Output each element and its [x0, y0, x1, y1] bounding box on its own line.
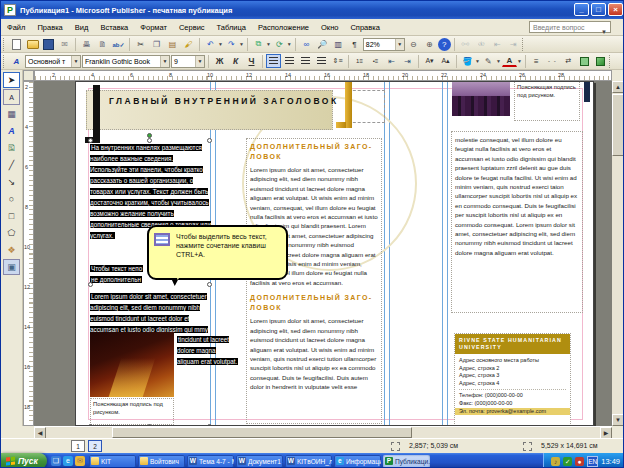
taskbar-button-informacio[interactable]: e Информацио...: [334, 455, 381, 468]
design-gallery-object-tool[interactable]: ❖: [3, 242, 20, 258]
chevron-down-icon[interactable]: ▼: [395, 39, 404, 50]
decrease-indent-icon[interactable]: ⇤: [384, 54, 399, 68]
cut-icon[interactable]: ✂: [133, 37, 148, 51]
menu-view[interactable]: Вид: [69, 21, 95, 34]
order-dropdown-icon[interactable]: ▼: [266, 41, 271, 47]
insert-table-tool[interactable]: ▦: [3, 106, 20, 122]
hyperlink-icon[interactable]: ∞: [299, 37, 314, 51]
unlink-text-boxes-icon[interactable]: ⧞: [474, 37, 489, 51]
line-color-icon[interactable]: ✎: [481, 54, 496, 68]
menu-table[interactable]: Таблица: [211, 21, 252, 34]
line-tool[interactable]: ╱: [3, 157, 20, 173]
zoom-out-icon[interactable]: ⊖: [406, 37, 421, 51]
right-photo-caption[interactable]: Поясняющая подпись под рисунком.: [514, 81, 580, 121]
line-spacing-icon[interactable]: ⇕≡: [330, 54, 345, 68]
font-size-combo[interactable]: 9 ▼: [171, 55, 205, 68]
underline-button[interactable]: Ч: [244, 54, 259, 68]
menu-help[interactable]: Справка: [344, 21, 385, 34]
special-characters-icon[interactable]: ¶: [347, 37, 362, 51]
internet-explorer-icon[interactable]: e: [63, 456, 73, 466]
format-painter-icon[interactable]: 🖌: [181, 37, 196, 51]
vertical-scroll-thumb[interactable]: [612, 94, 624, 156]
bring-to-front-icon[interactable]: ⧉: [251, 37, 266, 51]
help-icon[interactable]: ?: [438, 38, 451, 51]
left-photo-caption[interactable]: Поясняющая подпись под рисунком.: [90, 398, 174, 425]
font-color-dropdown-icon[interactable]: ▼: [517, 58, 522, 64]
start-button[interactable]: Пуск: [1, 453, 47, 468]
3d-style-icon[interactable]: [593, 54, 608, 68]
toolbar-options-handle[interactable]: [522, 38, 525, 51]
taskbar-button-kitvoin[interactable]: W KITвОИН_лаб...: [285, 455, 332, 468]
select-objects-tool[interactable]: ➤: [3, 72, 20, 88]
menu-file[interactable]: Файл: [1, 21, 31, 34]
previous-text-box-icon[interactable]: ⇤: [490, 37, 505, 51]
font-color-icon[interactable]: A: [502, 55, 517, 67]
vertical-ruler[interactable]: 2 4 6 8 10 12 14 16 18: [23, 81, 34, 426]
middle-column-text-box[interactable]: ДОПОЛНИТЕЛЬНЫЙ ЗАГО-ЛОВОК Lorem ipsum do…: [246, 138, 382, 424]
decrease-font-size-icon[interactable]: A▾: [422, 54, 437, 68]
style-combo[interactable]: Основной т ▼: [25, 55, 81, 68]
italic-button[interactable]: К: [228, 54, 243, 68]
antivirus-shield-icon[interactable]: ✓: [563, 457, 572, 466]
zoom-combo[interactable]: 82% ▼: [363, 38, 405, 51]
rotate-dropdown-icon[interactable]: ▼: [287, 41, 292, 47]
picture-frame-tool[interactable]: 🖻: [3, 140, 20, 156]
right-column-text-box[interactable]: molestie consequat, vel illum dolore eu …: [451, 131, 583, 313]
bold-button[interactable]: Ж: [212, 54, 227, 68]
copy-icon[interactable]: ❐: [149, 37, 164, 51]
black-accent-bar[interactable]: [93, 85, 100, 143]
contact-info-box[interactable]: RIVNE STATE HUMANITARIAN UNIVERSITY Адре…: [454, 333, 571, 426]
horizontal-scroll-thumb[interactable]: [112, 427, 412, 438]
chevron-down-icon[interactable]: ▼: [71, 56, 80, 67]
menu-format[interactable]: Формат: [134, 21, 173, 34]
increase-indent-icon[interactable]: ⇥: [400, 54, 415, 68]
language-indicator[interactable]: EN: [587, 456, 598, 467]
menu-edit[interactable]: Правка: [31, 21, 68, 34]
fill-color-icon[interactable]: 🪣: [460, 54, 475, 68]
justify-button[interactable]: [314, 54, 329, 68]
main-heading-text[interactable]: ГЛАВНЫЙ ВНУТРЕННИЙ ЗАГОЛОВОК: [109, 96, 339, 106]
item-from-content-library-tool[interactable]: ▣: [3, 259, 20, 275]
wordart-tool[interactable]: A: [3, 123, 20, 139]
accent-selection-box[interactable]: [348, 90, 385, 123]
menu-insert[interactable]: Вставка: [94, 21, 134, 34]
clock[interactable]: 13:49: [601, 457, 620, 466]
tray-app-icon[interactable]: ●: [575, 457, 584, 466]
chevron-down-icon[interactable]: ▼: [195, 56, 204, 67]
zoom-in-icon[interactable]: ⊕: [422, 37, 437, 51]
selection-handle[interactable]: [88, 282, 93, 287]
taskbar-button-tema47[interactable]: W Тема 4-7 - M...: [187, 455, 234, 468]
fill-color-dropdown-icon[interactable]: ▼: [475, 58, 480, 64]
dash-style-icon[interactable]: - -: [545, 54, 560, 68]
font-combo[interactable]: Franklin Gothic Book ▼: [82, 55, 170, 68]
arrow-style-icon[interactable]: ⇄: [561, 54, 576, 68]
rotate-icon[interactable]: ⟳: [272, 37, 287, 51]
print-icon[interactable]: 🖶: [79, 37, 94, 51]
ask-question-input[interactable]: Введите вопрос ▼: [529, 21, 611, 33]
horizontal-scrollbar[interactable]: ◀ ▶: [34, 426, 612, 438]
toolbar-grip[interactable]: [3, 55, 6, 68]
undo-dropdown-icon[interactable]: ▼: [218, 41, 223, 47]
line-width-icon[interactable]: ≡: [529, 54, 544, 68]
close-button[interactable]: ×: [608, 3, 623, 16]
assistant-tooltip[interactable]: Чтобы выделить весь текст, нажмите сочет…: [147, 225, 288, 280]
taskbar-button-kit[interactable]: KIT: [89, 455, 136, 468]
align-right-button[interactable]: [298, 54, 313, 68]
research-icon[interactable]: 🔎: [315, 37, 330, 51]
two-page-spread-icon[interactable]: ▥: [331, 37, 346, 51]
print-preview-icon[interactable]: 🗎: [95, 37, 110, 51]
save-icon[interactable]: [41, 37, 56, 51]
restore-button[interactable]: □: [591, 3, 606, 16]
next-text-box-icon[interactable]: ⇥: [506, 37, 521, 51]
volume-icon[interactable]: ♪: [551, 457, 560, 466]
increase-font-size-icon[interactable]: A▴: [438, 54, 453, 68]
autoshapes-tool[interactable]: ⬠: [3, 225, 20, 241]
menu-window[interactable]: Окно: [315, 21, 344, 34]
styles-icon[interactable]: A: [9, 54, 24, 68]
workspace-canvas[interactable]: ГЛАВНЫЙ ВНУТРЕННИЙ ЗАГОЛОВОК На внутренн…: [34, 81, 612, 426]
undo-icon[interactable]: ↶: [203, 37, 218, 51]
show-desktop-icon[interactable]: ❏: [51, 456, 61, 466]
line-color-dropdown-icon[interactable]: ▼: [496, 58, 501, 64]
mail-icon[interactable]: ✉: [57, 37, 72, 51]
redo-icon[interactable]: ↷: [224, 37, 239, 51]
